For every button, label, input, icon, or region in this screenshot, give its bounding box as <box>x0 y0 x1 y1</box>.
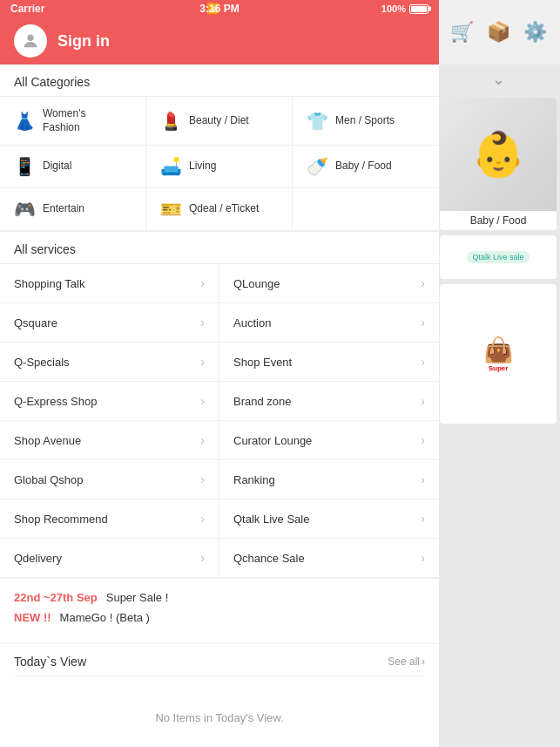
entertain-label: Entertain <box>43 202 84 216</box>
svg-point-0 <box>27 35 33 41</box>
baby-food-icon: 🍼 <box>307 156 328 177</box>
chevron-right-icon: › <box>421 551 425 565</box>
living-label: Living <box>189 160 216 173</box>
services-section-title: All services <box>0 232 439 263</box>
see-all-chevron-icon: › <box>422 655 425 668</box>
promo-mamego: MameGo ! (Beta ) <box>60 611 150 624</box>
chevron-right-icon: › <box>421 394 425 408</box>
category-item-beauty-diet[interactable]: 💄 Beauty / Diet <box>146 97 293 146</box>
service-shop-recommend[interactable]: Shop Recommend › <box>0 499 219 539</box>
service-global-qshop[interactable]: Global Qshop › <box>0 460 219 499</box>
category-item-womens-fashion[interactable]: 👗 Women'sFashion <box>0 97 146 146</box>
service-qtalk-live-sale[interactable]: Qtalk Live Sale › <box>219 499 439 539</box>
battery-label: 100% <box>381 3 406 14</box>
service-shopping-talk[interactable]: Shopping Talk › <box>0 264 219 303</box>
service-q-express-shop[interactable]: Q-Express Shop › <box>0 382 219 421</box>
category-item-living[interactable]: 🛋️ Living <box>146 146 293 188</box>
promo-date-label: 22nd ~27th Sep <box>14 591 98 604</box>
avatar[interactable] <box>14 24 47 58</box>
battery-icon <box>409 4 428 14</box>
beauty-diet-icon: 💄 <box>160 111 182 132</box>
men-sports-icon: 👕 <box>307 111 328 132</box>
service-shop-avenue[interactable]: Shop Avenue › <box>0 421 219 460</box>
category-item-qdeal[interactable]: 🎫 Qdeal / eTicket <box>146 188 293 231</box>
chevron-right-icon: › <box>421 472 425 486</box>
beauty-diet-label: Beauty / Diet <box>189 114 249 128</box>
promo-row-2: NEW !! MameGo ! (Beta ) <box>14 611 425 624</box>
service-shop-event[interactable]: Shop Event › <box>219 343 439 382</box>
see-all-button[interactable]: See all › <box>388 655 425 668</box>
chevron-right-icon: › <box>421 512 425 526</box>
category-item-baby-food[interactable]: 🍼 Baby / Food <box>293 146 439 188</box>
service-curator-lounge[interactable]: Curator Lounge › <box>219 421 439 460</box>
settings-icon[interactable]: ⚙️ <box>523 21 547 44</box>
baby-food-label: Baby / Food <box>440 211 557 230</box>
sign-in-button[interactable]: Sign in <box>57 32 110 51</box>
chevron-right-icon: › <box>200 316 205 329</box>
qtalk-live-badge: Qtalk Live sale <box>467 251 529 263</box>
entertain-icon: 🎮 <box>14 199 36 220</box>
chevron-right-icon: › <box>421 316 425 329</box>
chevron-right-icon: › <box>200 551 205 565</box>
promo-row-1: 22nd ~27th Sep Super Sale ! <box>14 591 425 604</box>
category-item-entertain[interactable]: 🎮 Entertain <box>0 188 146 231</box>
chevron-right-icon: › <box>200 433 205 447</box>
chevron-right-icon: › <box>421 355 425 369</box>
no-items-message: No Items in Today's View. <box>0 676 439 747</box>
baby-food-label: Baby / Food <box>335 160 392 173</box>
chevron-right-icon: › <box>421 276 425 290</box>
box-icon[interactable]: 📦 <box>487 21 510 44</box>
category-item-digital[interactable]: 📱 Digital <box>0 146 146 188</box>
men-sports-label: Men / Sports <box>335 114 395 128</box>
service-qdelivery[interactable]: Qdelivery › <box>0 539 219 578</box>
user-icon <box>21 31 40 51</box>
todays-view-header: Today`s View See all › <box>0 643 439 676</box>
todays-view-title: Today`s View <box>14 655 86 669</box>
digital-label: Digital <box>43 160 71 173</box>
chevron-right-icon: › <box>200 355 205 369</box>
category-item-men-sports[interactable]: 👕 Men / Sports <box>293 97 439 146</box>
chevron-right-icon: › <box>200 276 205 290</box>
qdeal-label: Qdeal / eTicket <box>189 202 259 216</box>
service-brand-zone[interactable]: Brand zone › <box>219 382 439 421</box>
status-bar: Carrier 📶 3:16 PM 100% <box>0 0 439 17</box>
service-q-specials[interactable]: Q-Specials › <box>0 343 219 382</box>
main-panel: Carrier 📶 3:16 PM 100% Sign in All Categ… <box>0 0 439 747</box>
right-panel-header: 🛒 📦 ⚙️ <box>436 0 560 65</box>
womens-fashion-icon: 👗 <box>14 111 36 132</box>
sale-banner[interactable]: 👜 Super <box>440 284 557 424</box>
promo-super-sale: Super Sale ! <box>106 591 169 604</box>
categories-section-title: All Categories <box>0 65 439 97</box>
category-item-empty <box>293 188 439 231</box>
time-display: 3:16 PM <box>199 3 239 15</box>
promos-section: 22nd ~27th Sep Super Sale ! NEW !! MameG… <box>0 578 439 643</box>
chevron-down-icon[interactable]: ⌄ <box>436 65 560 94</box>
digital-icon: 📱 <box>14 156 36 177</box>
service-auction[interactable]: Auction › <box>219 303 439 343</box>
chevron-right-icon: › <box>421 433 425 447</box>
chevron-right-icon: › <box>200 472 205 486</box>
living-icon: 🛋️ <box>160 156 182 177</box>
baby-image: 👶 <box>440 98 557 211</box>
categories-grid: 👗 Women'sFashion 💄 Beauty / Diet 👕 Men /… <box>0 97 439 232</box>
chevron-right-icon: › <box>200 394 205 408</box>
qdeal-icon: 🎫 <box>160 199 182 220</box>
right-panel: 🛒 📦 ⚙️ ⌄ 👶 Baby / Food Qtalk Live sale 👜… <box>436 0 560 747</box>
service-qsquare[interactable]: Qsquare › <box>0 303 219 343</box>
services-section: All services Shopping Talk › QLounge › Q… <box>0 232 439 578</box>
new-badge-label: NEW !! <box>14 611 51 624</box>
service-qlounge[interactable]: QLounge › <box>219 264 439 303</box>
womens-fashion-label: Women'sFashion <box>43 107 85 134</box>
header: Sign in <box>0 17 439 65</box>
chevron-right-icon: › <box>200 512 205 526</box>
services-grid: Shopping Talk › QLounge › Qsquare › Auct… <box>0 263 439 578</box>
carrier-label: Carrier <box>10 3 44 15</box>
cart-icon[interactable]: 🛒 <box>450 21 474 44</box>
service-qchance-sale[interactable]: Qchance Sale › <box>219 539 439 578</box>
battery-area: 100% <box>381 3 428 14</box>
service-ranking[interactable]: Ranking › <box>219 460 439 499</box>
